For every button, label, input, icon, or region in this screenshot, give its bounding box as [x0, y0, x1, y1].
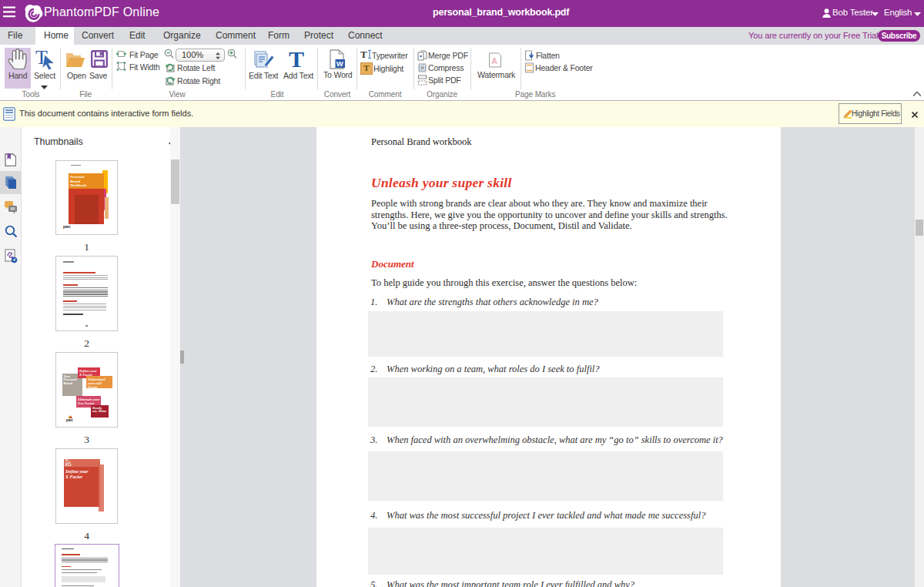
svg-text:W: W	[336, 59, 343, 68]
svg-text:A: A	[491, 56, 497, 65]
svg-text:T: T	[360, 49, 367, 59]
